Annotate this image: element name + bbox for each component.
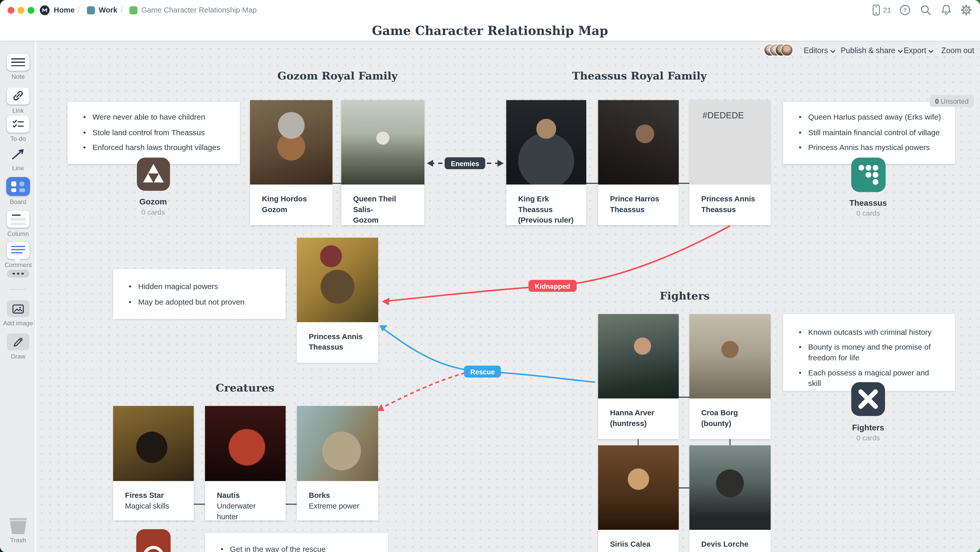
editors-menu-button[interactable]: Editors <box>804 46 836 55</box>
tool-draw[interactable]: Draw <box>0 333 36 360</box>
siriis-calea-photo <box>598 445 679 530</box>
settings-gear-icon[interactable] <box>960 4 973 16</box>
zoom-out-button[interactable]: Zoom out <box>941 46 974 55</box>
todo-icon <box>7 116 29 132</box>
tool-column[interactable]: Column <box>0 211 36 237</box>
breadcrumb-work[interactable]: Work <box>99 6 118 14</box>
queen-theil-card[interactable]: Queen Theil Salis-Gozom <box>341 100 425 225</box>
pages-count: 21 <box>883 6 891 14</box>
title-bar: Game Character Relationship Map Editors … <box>0 20 980 41</box>
borks-card[interactable]: BorksExtreme power <box>297 406 378 520</box>
minimize-window-button[interactable] <box>18 6 24 14</box>
creatures-block-line[interactable] <box>377 373 466 411</box>
nautis-card[interactable]: NautisUnderwater hunter <box>205 406 286 520</box>
queen-theil-photo <box>341 100 425 185</box>
link-icon <box>7 88 29 105</box>
export-menu-button[interactable]: Export <box>904 46 934 55</box>
svg-text:?: ? <box>903 7 907 13</box>
hanna-arver-photo <box>598 314 679 399</box>
work-board-icon[interactable] <box>87 6 95 14</box>
king-hordos-card[interactable]: King HordosGozom <box>250 100 332 225</box>
search-icon[interactable] <box>920 4 932 16</box>
theassus-board-label[interactable]: Theassus 0 cards <box>824 198 912 217</box>
breadcrumb-separator: / <box>78 6 80 14</box>
trash-icon <box>9 518 27 534</box>
maximize-window-button[interactable] <box>27 6 35 14</box>
color-swatch: #DEDEDE <box>689 100 771 185</box>
tool-todo[interactable]: To-do <box>0 116 36 142</box>
croa-borg-card[interactable]: Croa Borg(bounty) <box>689 314 771 439</box>
milanote-logo-icon[interactable] <box>39 5 50 15</box>
section-heading-creatures: Creatures <box>176 381 313 394</box>
breadcrumb-home[interactable]: Home <box>54 6 75 14</box>
tool-sidebar: Note Link To-do Line <box>0 41 36 552</box>
gozom-board-label[interactable]: Gozom 0 cards <box>109 197 197 216</box>
hanna-arver-card[interactable]: Hanna Arver(huntress) <box>598 314 679 439</box>
croa-borg-photo <box>689 314 771 399</box>
note-icon <box>7 54 29 71</box>
devis-lorche-card[interactable]: Devis Lorche <box>689 445 771 552</box>
annis-note-card[interactable]: •Hidden magical powers •May be adopted b… <box>113 269 286 319</box>
enemies-label-pill[interactable]: Enemies <box>445 158 485 169</box>
prince-harros-photo <box>598 100 679 185</box>
creatures-board-icon[interactable] <box>136 529 171 552</box>
tool-add-image[interactable]: Add image <box>0 300 36 327</box>
tool-more[interactable] <box>0 270 36 278</box>
unsorted-tray-badge[interactable]: 0 Unsorted <box>930 95 974 107</box>
notifications-bell-icon[interactable] <box>940 4 953 16</box>
king-erk-photo <box>506 100 586 185</box>
tool-note[interactable]: Note <box>0 54 36 80</box>
tool-comment[interactable]: Comment <box>0 242 36 268</box>
add-image-icon <box>7 300 29 317</box>
more-tools-icon <box>7 270 29 278</box>
borks-photo <box>297 406 378 481</box>
nautis-photo <box>205 406 286 481</box>
king-erk-card[interactable]: King Erk Theassus(Previous ruler) <box>506 100 586 225</box>
section-heading-theassus: Theassus Royal Family <box>549 70 730 82</box>
kidnapped-label-pill[interactable]: Kidnapped <box>528 280 577 292</box>
page-title: Game Character Relationship Map <box>0 24 980 38</box>
top-bar: Home / Work / Game Character Relationshi… <box>0 0 980 20</box>
app-window: Home / Work / Game Character Relationshi… <box>0 0 980 552</box>
creatures-note-card[interactable]: •Get in the way of the rescue <box>205 533 388 552</box>
map-board-icon[interactable] <box>129 6 138 14</box>
help-icon[interactable]: ? <box>899 4 911 16</box>
theassus-note-card[interactable]: •Queen Harlus passed away (Erks wife) •S… <box>783 102 955 164</box>
gozom-board-icon[interactable] <box>137 158 170 191</box>
theassus-board-icon[interactable] <box>851 158 886 192</box>
column-icon <box>7 211 29 228</box>
tool-trash[interactable]: Trash <box>0 518 36 544</box>
breadcrumb-separator: / <box>121 6 123 14</box>
princess-annis-photo <box>297 238 378 322</box>
rescue-label-pill[interactable]: Rescue <box>464 366 501 378</box>
devis-lorche-photo <box>689 445 771 530</box>
princess-annis-card[interactable]: Princess AnnisTheassus <box>297 238 378 363</box>
mobile-app-icon[interactable] <box>870 4 883 16</box>
princess-annis-color-card[interactable]: #DEDEDE Princess AnnisTheassus <box>689 100 771 225</box>
draw-pencil-icon <box>7 333 29 350</box>
firess-star-photo <box>113 406 194 481</box>
king-hordos-photo <box>250 100 332 185</box>
close-window-button[interactable] <box>7 6 14 14</box>
breadcrumb-current-board: Game Character Relationship Map <box>141 6 257 14</box>
fighters-board-label[interactable]: Fighters 0 cards <box>824 423 912 442</box>
fighters-board-icon[interactable] <box>851 382 885 416</box>
board-canvas[interactable]: Note Link To-do Line <box>0 41 980 552</box>
board-icon <box>6 177 30 196</box>
rail-divider <box>10 289 27 290</box>
line-arrow-icon <box>7 145 29 162</box>
siriis-calea-card[interactable]: Siriis Calea <box>598 445 679 552</box>
firess-star-card[interactable]: Firess StarMagical skills <box>113 406 194 520</box>
section-heading-fighters: Fighters <box>633 290 737 302</box>
avatar[interactable] <box>781 44 793 56</box>
section-heading-gozom: Gozom Royal Family <box>247 70 428 82</box>
publish-share-menu-button[interactable]: Publish & share <box>841 46 903 55</box>
gozom-note-card[interactable]: •Were never able to have children •Stole… <box>67 102 240 164</box>
fighters-note-card[interactable]: •Known outcasts with criminal history •B… <box>783 314 955 391</box>
prince-harros-card[interactable]: Prince HarrosTheassus <box>598 100 679 225</box>
tool-board[interactable]: Board <box>0 177 36 205</box>
comment-icon <box>7 242 29 259</box>
tool-line[interactable]: Line <box>0 145 36 171</box>
tool-link[interactable]: Link <box>0 88 36 114</box>
